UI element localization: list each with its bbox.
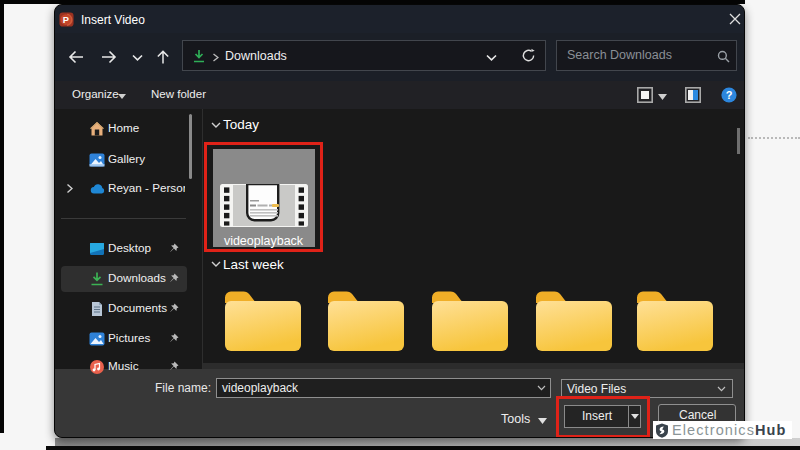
- svg-text:P: P: [63, 15, 69, 25]
- svg-text:?: ?: [726, 89, 733, 101]
